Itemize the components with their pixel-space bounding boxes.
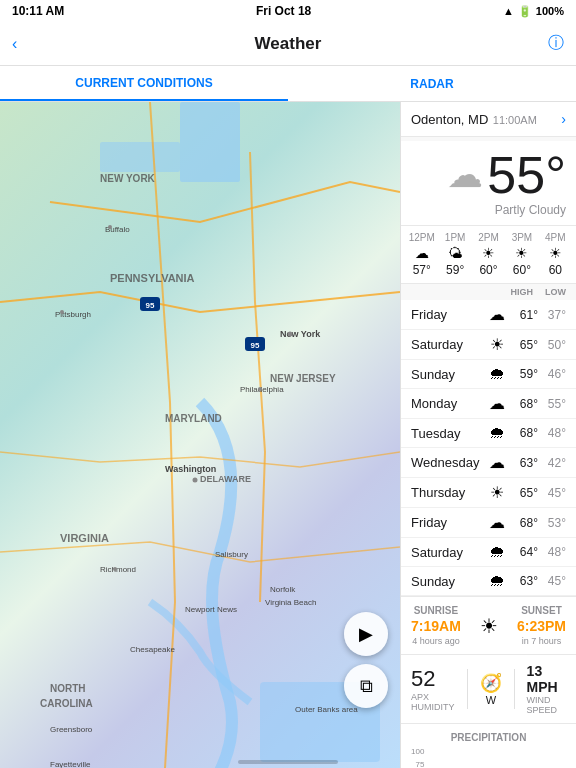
day-row-tuesday: Tuesday 🌧 68° 48° (401, 419, 576, 448)
back-button[interactable]: ‹ (12, 35, 17, 53)
day-name-9: Sunday (411, 574, 479, 589)
hour-label-2: 2PM (478, 232, 499, 243)
hour-temp-2: 60° (479, 263, 497, 277)
svg-text:NORTH: NORTH (50, 683, 86, 694)
status-right: ▲ 🔋 100% (503, 5, 564, 18)
sunset-sub: in 7 hours (522, 636, 562, 646)
map-area[interactable]: 95 95 PENNSYLVANIA MARYLAND DELAWARE VIR… (0, 102, 400, 768)
location-name: Odenton, MD (411, 112, 488, 127)
day-name-4: Tuesday (411, 426, 479, 441)
svg-text:NEW YORK: NEW YORK (100, 173, 156, 184)
hour-item-1: 1PM 🌤 59° (438, 232, 471, 277)
precipitation-section: PRECIPITATION 100 75 50 25 0 (401, 724, 576, 768)
wind-speed-label: WIND SPEED (527, 695, 566, 715)
tab-radar[interactable]: RADAR (288, 66, 576, 101)
svg-point-17 (60, 310, 64, 314)
svg-text:95: 95 (146, 301, 155, 310)
precip-y-100: 100 (411, 747, 424, 756)
location-info: Odenton, MD 11:00AM (411, 110, 537, 128)
info-button[interactable]: ⓘ (548, 33, 564, 54)
day-high-7: 68° (514, 516, 538, 530)
day-high-3: 68° (514, 397, 538, 411)
day-high-4: 68° (514, 426, 538, 440)
svg-text:CAROLINA: CAROLINA (40, 698, 93, 709)
map-controls: ▶ ⧉ (344, 612, 388, 708)
sunset-item: SUNSET 6:23PM in 7 hours (517, 605, 566, 646)
svg-text:PENNSYLVANIA: PENNSYLVANIA (110, 272, 195, 284)
hour-temp-0: 57° (413, 263, 431, 277)
day-low-7: 53° (542, 516, 566, 530)
svg-text:Virginia Beach: Virginia Beach (265, 598, 316, 607)
tab-bar: CURRENT CONDITIONS RADAR (0, 66, 576, 102)
svg-point-27 (113, 567, 117, 571)
day-high-0: 61° (514, 308, 538, 322)
hour-temp-4: 60 (549, 263, 562, 277)
svg-text:MARYLAND: MARYLAND (165, 413, 222, 424)
hourly-forecast-section: 12PM ☁ 57° 1PM 🌤 59° 2PM ☀ 60° 3PM ☀ 60°… (401, 226, 576, 284)
day-temps-3: 68° 55° (514, 397, 566, 411)
day-low-6: 45° (542, 486, 566, 500)
day-row-sunday: Sunday 🌧 59° 46° (401, 360, 576, 389)
location-chevron[interactable]: › (561, 111, 566, 127)
battery-percent: 100% (536, 5, 564, 17)
wifi-icon: ▲ (503, 5, 514, 17)
day-low-1: 50° (542, 338, 566, 352)
day-icon-5: ☁ (485, 453, 509, 472)
cloud-icon: ☁ (447, 154, 483, 196)
day-high-5: 63° (514, 456, 538, 470)
day-row-thursday: Thursday ☀ 65° 45° (401, 478, 576, 508)
day-row-sunday2: Sunday 🌧 63° 45° (401, 567, 576, 596)
day-temps-6: 65° 45° (514, 486, 566, 500)
day-temps-2: 59° 46° (514, 367, 566, 381)
hour-icon-4: ☀ (549, 245, 562, 261)
humidity-label: APX HUMIDITY (411, 692, 455, 712)
humidity-value: 52 (411, 666, 435, 692)
svg-text:Richmond: Richmond (100, 565, 136, 574)
day-name-8: Saturday (411, 545, 479, 560)
day-icon-4: 🌧 (485, 424, 509, 442)
battery-icon: 🔋 (518, 5, 532, 18)
svg-text:NEW JERSEY: NEW JERSEY (270, 373, 336, 384)
sun-center-icon: ☀ (480, 614, 498, 638)
svg-text:Washington: Washington (165, 464, 216, 474)
layers-button[interactable]: ⧉ (344, 664, 388, 708)
day-row-wednesday: Wednesday ☁ 63° 42° (401, 448, 576, 478)
svg-text:DELAWARE: DELAWARE (200, 474, 251, 484)
day-name-2: Sunday (411, 367, 479, 382)
hour-label-0: 12PM (409, 232, 435, 243)
day-low-4: 48° (542, 426, 566, 440)
day-low-8: 48° (542, 545, 566, 559)
day-row-friday2: Friday ☁ 68° 53° (401, 508, 576, 538)
day-icon-2: 🌧 (485, 365, 509, 383)
tab-current-conditions[interactable]: CURRENT CONDITIONS (0, 66, 288, 101)
svg-text:Fayetteville: Fayetteville (50, 760, 91, 768)
svg-text:Newport News: Newport News (185, 605, 237, 614)
precipitation-bars (430, 747, 566, 768)
location-header[interactable]: Odenton, MD 11:00AM › (401, 102, 576, 137)
hour-item-0: 12PM ☁ 57° (405, 232, 438, 277)
svg-point-23 (258, 387, 262, 391)
day-icon-1: ☀ (485, 335, 509, 354)
app-header: ‹ Weather ⓘ (0, 22, 576, 66)
day-high-8: 64° (514, 545, 538, 559)
layers-icon: ⧉ (360, 676, 373, 697)
svg-rect-1 (100, 142, 180, 172)
day-temps-7: 68° 53° (514, 516, 566, 530)
day-name-0: Friday (411, 307, 479, 322)
sunrise-time: 7:19AM (411, 618, 461, 634)
wind-humidity-section: 52 APX HUMIDITY 🧭 W 13 MPH WIND SPEED (401, 655, 576, 724)
hour-icon-3: ☀ (515, 245, 528, 261)
day-low-2: 46° (542, 367, 566, 381)
day-name-6: Thursday (411, 485, 479, 500)
hour-label-4: 4PM (545, 232, 566, 243)
day-row-friday: Friday ☁ 61° 37° (401, 300, 576, 330)
day-icon-9: 🌧 (485, 572, 509, 590)
wind-speed-value: 13 MPH (527, 663, 566, 695)
app-title: Weather (255, 34, 322, 54)
svg-rect-0 (180, 102, 240, 182)
play-button[interactable]: ▶ (344, 612, 388, 656)
svg-text:Salisbury: Salisbury (215, 550, 248, 559)
right-panel: Odenton, MD 11:00AM › ☁ 55° Partly Cloud… (400, 102, 576, 768)
hour-label-1: 1PM (445, 232, 466, 243)
hour-icon-0: ☁ (415, 245, 429, 261)
